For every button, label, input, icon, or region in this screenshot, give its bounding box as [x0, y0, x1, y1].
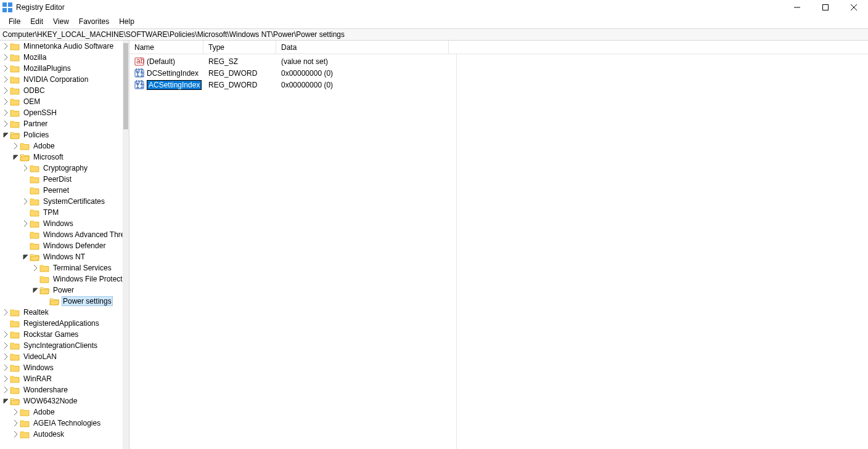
tree-item[interactable]: Windows Advanced Threat — [0, 229, 123, 240]
chevron-down-icon[interactable] — [21, 253, 30, 261]
tree-item[interactable]: SystemCertificates — [0, 196, 123, 207]
chevron-right-icon[interactable] — [1, 352, 10, 361]
tree-item[interactable]: Windows Defender — [0, 240, 123, 251]
chevron-right-icon[interactable] — [1, 86, 10, 95]
tree-item[interactable]: Adobe — [0, 140, 123, 152]
folder-icon — [10, 386, 20, 394]
tree-item[interactable]: Microsoft — [0, 152, 123, 163]
chevron-right-icon[interactable] — [11, 419, 20, 427]
tree-item-label: Power — [52, 286, 75, 294]
chevron-right-icon[interactable] — [11, 408, 20, 416]
folder-icon — [10, 319, 20, 328]
tree-item-label: OpenSSH — [22, 108, 58, 117]
addressbar[interactable]: Computer\HKEY_LOCAL_MACHINE\SOFTWARE\Pol… — [0, 28, 868, 41]
tree-item-label: Power settings — [62, 296, 113, 306]
tree-item[interactable]: Power settings — [0, 296, 123, 307]
tree-item[interactable]: Policies — [0, 129, 123, 140]
chevron-right-icon[interactable] — [1, 119, 10, 128]
menu-view[interactable]: View — [48, 16, 74, 27]
minimize-button[interactable] — [783, 0, 811, 15]
col-header-data[interactable]: Data — [276, 41, 449, 54]
tree-item[interactable]: PeerDist — [0, 174, 123, 185]
menu-favorites[interactable]: Favorites — [74, 16, 114, 27]
chevron-down-icon[interactable] — [1, 131, 10, 139]
menu-file[interactable]: File — [4, 16, 25, 27]
chevron-right-icon[interactable] — [1, 97, 10, 106]
value-row[interactable]: (Default)REG_SZ(value not set) — [129, 55, 868, 67]
chevron-right-icon[interactable] — [1, 75, 10, 84]
folder-icon — [30, 241, 39, 250]
chevron-right-icon[interactable] — [1, 64, 10, 73]
tree-item[interactable]: SyncIntegrationClients — [0, 340, 123, 351]
chevron-down-icon[interactable] — [11, 153, 20, 161]
chevron-right-icon[interactable] — [1, 374, 10, 383]
tree-item[interactable]: AGEIA Technologies — [0, 418, 123, 429]
tree-item-label: Windows — [22, 363, 55, 372]
chevron-down-icon[interactable] — [31, 286, 39, 294]
tree-item-label: Peernet — [42, 186, 70, 195]
tree-item[interactable]: VideoLAN — [0, 351, 123, 362]
tree-item[interactable]: RegisteredApplications — [0, 318, 123, 329]
chevron-right-icon[interactable] — [11, 142, 20, 150]
folder-open-icon — [39, 286, 49, 294]
chevron-right-icon[interactable] — [1, 341, 10, 350]
chevron-right-icon[interactable] — [21, 219, 30, 228]
tree-item[interactable]: Cryptography — [0, 163, 123, 174]
tree-scrollbar[interactable] — [123, 41, 129, 449]
value-row[interactable]: ACSettingIndexREG_DWORD0x00000000 (0) — [129, 79, 868, 91]
tree-scrollbar-thumb[interactable] — [123, 43, 128, 129]
value-row[interactable]: DCSettingIndexREG_DWORD0x00000000 (0) — [129, 67, 868, 79]
chevron-right-icon[interactable] — [21, 197, 30, 206]
window-buttons — [783, 0, 868, 15]
tree-item-label: WOW6432Node — [22, 397, 78, 405]
chevron-right-icon[interactable] — [1, 308, 10, 317]
chevron-right-icon[interactable] — [1, 386, 10, 394]
chevron-right-icon[interactable] — [11, 430, 20, 439]
tree-item[interactable]: Autodesk — [0, 429, 123, 440]
tree-item[interactable]: Peernet — [0, 185, 123, 196]
tree-item[interactable]: TPM — [0, 207, 123, 218]
tree-item[interactable]: Windows File Protection — [0, 273, 123, 285]
tree-item[interactable]: Mozilla — [0, 52, 123, 63]
folder-icon — [10, 352, 20, 361]
tree-item[interactable]: Rockstar Games — [0, 329, 123, 340]
chevron-down-icon[interactable] — [1, 397, 10, 405]
value-name[interactable]: ACSettingIndex — [147, 80, 202, 90]
folder-icon — [10, 119, 20, 128]
chevron-right-icon[interactable] — [1, 42, 10, 51]
tree-item[interactable]: NVIDIA Corporation — [0, 74, 123, 85]
tree-item[interactable]: OEM — [0, 96, 123, 107]
chevron-right-icon[interactable] — [1, 53, 10, 62]
tree-item[interactable]: Realtek — [0, 307, 123, 318]
tree-item[interactable]: Windows — [0, 218, 123, 229]
tree-item[interactable]: Adobe — [0, 407, 123, 418]
menu-edit[interactable]: Edit — [25, 16, 48, 27]
tree-item[interactable]: MozillaPlugins — [0, 63, 123, 74]
tree-item-label: Windows NT — [42, 253, 86, 261]
title-text: Registry Editor — [16, 3, 65, 12]
chevron-right-icon[interactable] — [1, 363, 10, 372]
tree-item[interactable]: Wondershare — [0, 384, 123, 395]
folder-icon — [10, 86, 20, 95]
close-button[interactable] — [840, 0, 868, 15]
maximize-button[interactable] — [811, 0, 840, 15]
chevron-right-icon[interactable] — [31, 264, 39, 272]
tree-item[interactable]: OpenSSH — [0, 107, 123, 118]
col-header-type[interactable]: Type — [203, 41, 276, 54]
tree-item[interactable]: Windows NT — [0, 251, 123, 262]
tree-item[interactable]: Terminal Services — [0, 262, 123, 273]
tree-item[interactable]: Power — [0, 285, 123, 296]
col-header-name[interactable]: Name — [129, 41, 203, 54]
tree-item[interactable]: ODBC — [0, 85, 123, 96]
chevron-right-icon[interactable] — [1, 330, 10, 339]
menu-help[interactable]: Help — [114, 16, 139, 27]
chevron-right-icon[interactable] — [1, 108, 10, 117]
tree-item-label: SyncIntegrationClients — [22, 341, 99, 350]
tree-item[interactable]: Minnetonka Audio Software — [0, 41, 123, 52]
tree-item[interactable]: Partner — [0, 118, 123, 129]
tree-item[interactable]: WinRAR — [0, 373, 123, 384]
chevron-right-icon[interactable] — [21, 164, 30, 172]
tree-item[interactable]: Windows — [0, 362, 123, 373]
tree-item-label: Windows File Protection — [52, 275, 123, 283]
tree-item[interactable]: WOW6432Node — [0, 395, 123, 407]
